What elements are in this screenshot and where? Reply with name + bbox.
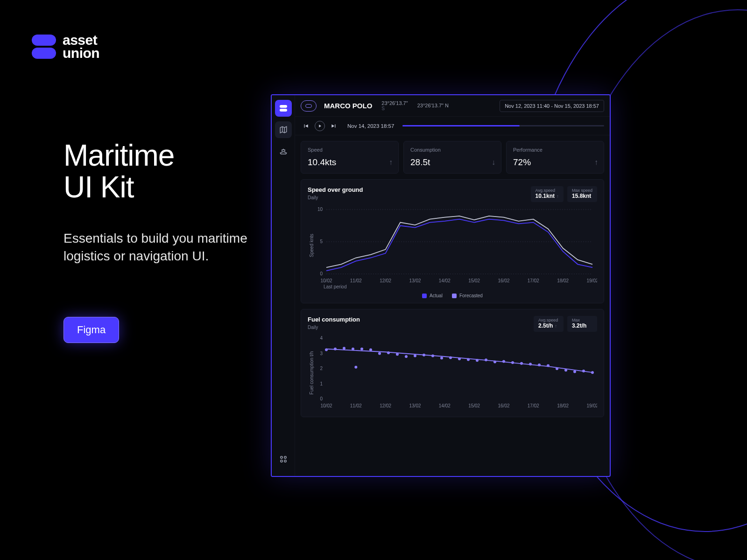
metric-value: 10.4kts	[308, 157, 392, 168]
svg-point-61	[485, 358, 487, 361]
sidebar-apps-icon[interactable]	[275, 451, 292, 468]
svg-point-7	[280, 460, 282, 462]
speed-line-chart: 0510Speed knts10/0211/0212/0213/0214/021…	[308, 206, 597, 285]
svg-point-8	[284, 460, 286, 462]
arrow-down-icon: ↓	[492, 158, 495, 167]
svg-point-62	[493, 360, 496, 363]
svg-text:18/02: 18/02	[557, 403, 569, 408]
svg-text:Fuel consumption t/h: Fuel consumption t/h	[309, 351, 314, 395]
sidebar	[272, 95, 295, 476]
playback-progress	[402, 125, 519, 126]
svg-point-47	[360, 348, 363, 350]
svg-point-68	[547, 364, 550, 367]
svg-text:15/02: 15/02	[468, 403, 480, 408]
svg-point-50	[387, 351, 390, 354]
svg-text:14/02: 14/02	[439, 278, 451, 283]
svg-point-71	[573, 371, 576, 373]
svg-point-49	[378, 352, 381, 355]
promo-title: Maritime UI Kit	[63, 140, 260, 203]
fuel-scatter-chart: 01234Fuel consumption t/h10/0211/0212/02…	[308, 336, 597, 410]
sidebar-ship-icon[interactable]	[275, 143, 292, 160]
svg-point-54	[423, 354, 425, 357]
chart-subtitle: Daily	[308, 325, 360, 330]
svg-point-66	[529, 363, 532, 365]
svg-text:10/02: 10/02	[320, 403, 332, 408]
vessel-name: MARCO POLO	[324, 102, 372, 110]
svg-point-60	[476, 359, 479, 362]
metrics-row: Speed 10.4kts ↑ Consumption 28.5t ↓ Perf…	[295, 135, 610, 179]
svg-rect-1	[280, 109, 287, 112]
svg-point-58	[458, 357, 461, 360]
svg-point-55	[431, 354, 434, 357]
chart-subtitle: Daily	[308, 195, 363, 200]
metric-value: 72%	[513, 157, 597, 168]
stat-avg-fuel: Avg.speed 2.5t/h↑	[534, 316, 564, 332]
svg-text:4: 4	[320, 336, 323, 341]
svg-point-72	[582, 370, 585, 372]
svg-text:13/02: 13/02	[409, 403, 421, 408]
route-chip-icon[interactable]	[301, 100, 317, 112]
coordinate-lon: 23°26'13.7" N	[417, 103, 449, 108]
svg-point-51	[396, 353, 399, 356]
metric-label: Speed	[308, 147, 392, 153]
brand-name: asset union	[63, 34, 99, 59]
promo-subtitle: Essentials to build you maritime logisti…	[63, 230, 260, 266]
svg-text:16/02: 16/02	[498, 403, 509, 408]
svg-marker-2	[280, 126, 287, 133]
stat-max-fuel: Max 3.2t/h	[567, 316, 597, 332]
svg-point-44	[343, 347, 345, 350]
svg-point-69	[556, 367, 558, 370]
svg-point-42	[325, 348, 328, 351]
svg-rect-0	[280, 105, 287, 108]
stat-avg-speed: Avg.speed 10.1knt↑	[531, 186, 564, 202]
playback-timestamp: Nov 14, 2023 18:57	[347, 123, 394, 129]
svg-text:12/02: 12/02	[380, 278, 391, 283]
play-icon[interactable]	[315, 121, 325, 131]
svg-text:10: 10	[317, 207, 323, 212]
svg-text:5: 5	[320, 239, 323, 244]
legend-actual: Actual	[422, 293, 443, 298]
sidebar-map-icon[interactable]	[275, 121, 292, 138]
svg-point-5	[280, 456, 282, 458]
svg-point-63	[502, 360, 505, 363]
sidebar-logo-icon[interactable]	[275, 100, 292, 117]
date-range[interactable]: Nov 12, 2023 11:40 - Nov 15, 2023 18:57	[500, 100, 604, 112]
svg-text:10/02: 10/02	[320, 278, 332, 283]
svg-point-56	[440, 357, 443, 359]
svg-point-57	[449, 357, 452, 359]
legend-forecasted: Forecasted	[452, 293, 483, 298]
svg-text:16/02: 16/02	[498, 278, 509, 283]
arrow-up-icon: ↑	[594, 158, 598, 167]
logo-mark	[32, 35, 56, 59]
svg-point-65	[520, 362, 523, 365]
metric-performance: Performance 72% ↑	[506, 141, 604, 174]
svg-point-53	[414, 354, 416, 357]
skip-back-icon[interactable]	[301, 121, 311, 131]
svg-point-70	[564, 369, 567, 371]
metric-label: Consumption	[410, 147, 494, 153]
svg-point-67	[538, 364, 541, 366]
playback-track[interactable]	[402, 125, 604, 126]
svg-text:15/02: 15/02	[468, 278, 480, 283]
skip-forward-icon[interactable]	[329, 121, 339, 131]
metric-value: 28.5t	[410, 157, 494, 168]
stat-max-speed: Max speed 15.8knt	[567, 186, 597, 202]
svg-text:3: 3	[320, 351, 323, 356]
svg-text:11/02: 11/02	[350, 403, 362, 408]
svg-text:Speed knts: Speed knts	[309, 234, 314, 257]
svg-text:19/02: 19/02	[586, 403, 597, 408]
svg-text:19/02: 19/02	[586, 278, 597, 283]
svg-text:0: 0	[320, 396, 323, 401]
svg-text:1: 1	[320, 381, 323, 386]
svg-point-59	[467, 358, 470, 361]
svg-point-64	[511, 361, 514, 364]
svg-text:12/02: 12/02	[380, 403, 391, 408]
figma-button[interactable]: Figma	[63, 317, 119, 343]
svg-point-43	[334, 348, 337, 350]
svg-text:14/02: 14/02	[439, 403, 451, 408]
svg-text:17/02: 17/02	[528, 403, 539, 408]
svg-text:13/02: 13/02	[409, 278, 421, 283]
topbar: MARCO POLO 23°26'13.7" S 23°26'13.7" N N…	[295, 95, 610, 117]
svg-point-45	[352, 348, 354, 350]
metric-consumption: Consumption 28.5t ↓	[403, 141, 501, 174]
